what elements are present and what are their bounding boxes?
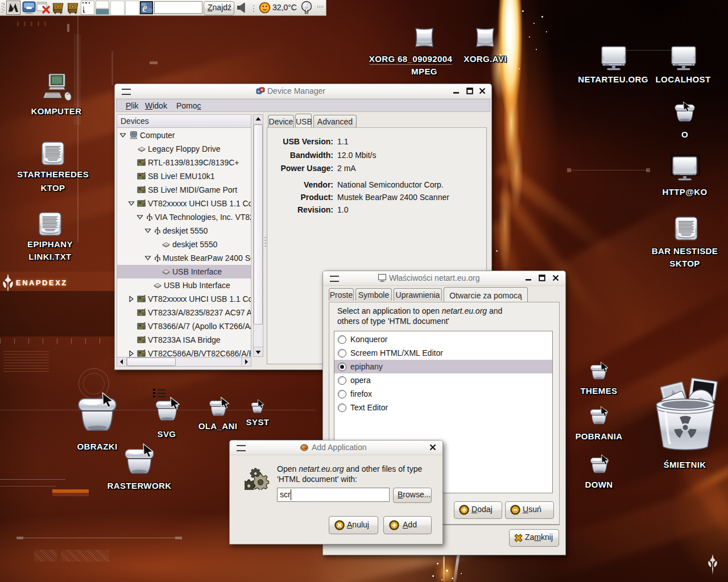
svg-text:e: e bbox=[142, 2, 147, 14]
